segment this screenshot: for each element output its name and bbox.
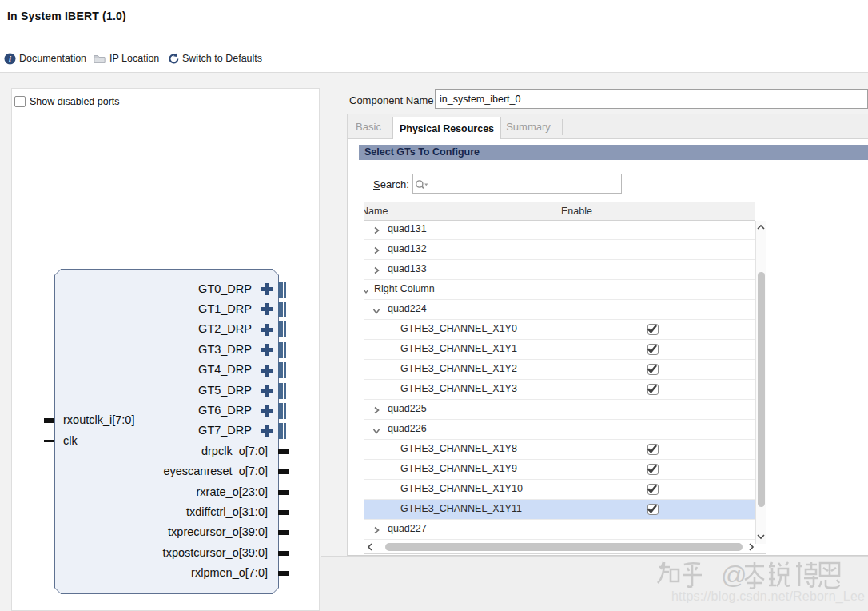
svg-text:@: @ (721, 561, 747, 589)
